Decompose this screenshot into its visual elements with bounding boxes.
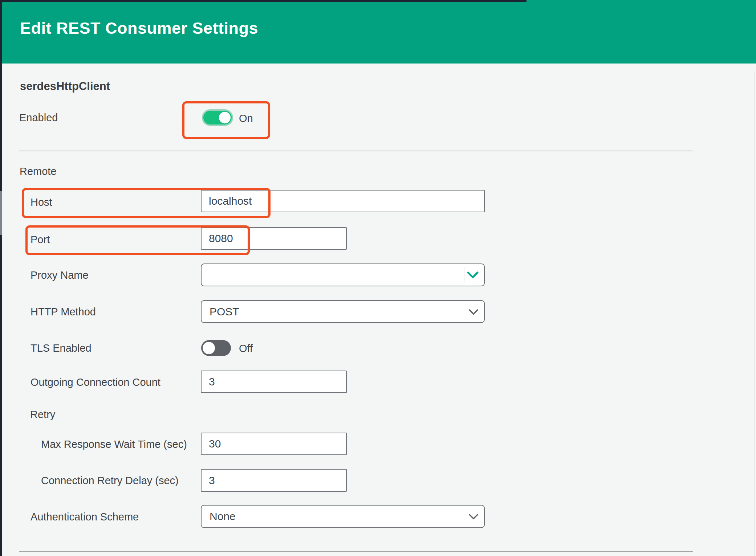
port-label: Port xyxy=(31,234,50,246)
max-response-wait-input[interactable] xyxy=(201,433,347,455)
enabled-toggle[interactable] xyxy=(202,109,233,126)
authentication-scheme-label: Authentication Scheme xyxy=(31,511,139,523)
max-response-wait-label: Max Response Wait Time (sec) xyxy=(41,438,187,450)
connection-retry-delay-input[interactable] xyxy=(201,469,347,492)
authentication-scheme-value: None xyxy=(210,510,236,523)
tls-toggle[interactable] xyxy=(201,340,231,356)
right-scroll-track xyxy=(754,71,755,556)
tls-enabled-label: TLS Enabled xyxy=(31,342,92,354)
tls-toggle-state: Off xyxy=(239,343,253,355)
outgoing-connection-count-input[interactable] xyxy=(201,371,347,393)
left-scrollbar-thumb[interactable] xyxy=(0,191,2,235)
combobox-divider xyxy=(464,267,464,283)
toggle-knob xyxy=(219,112,231,123)
enabled-toggle-state: On xyxy=(239,113,253,124)
dialog-title: Edit REST Consumer Settings xyxy=(20,19,258,38)
bottom-divider xyxy=(19,551,693,552)
toggle-knob xyxy=(203,342,215,354)
host-label: Host xyxy=(31,196,52,208)
chevron-down-icon xyxy=(468,308,479,315)
http-method-select[interactable]: POST xyxy=(201,300,485,323)
http-method-label: HTTP Method xyxy=(31,306,96,318)
chevron-down-icon xyxy=(468,513,479,520)
outgoing-connection-count-label: Outgoing Connection Count xyxy=(31,376,160,388)
proxy-name-label: Proxy Name xyxy=(31,269,89,281)
remote-section-label: Remote xyxy=(20,165,57,177)
connection-retry-delay-label: Connection Retry Delay (sec) xyxy=(41,475,179,487)
section-divider xyxy=(19,151,692,151)
window-top-edge xyxy=(0,0,527,2)
enabled-label: Enabled xyxy=(19,112,58,124)
left-scrollbar-track[interactable] xyxy=(0,0,2,556)
http-method-value: POST xyxy=(210,306,239,318)
host-input[interactable] xyxy=(201,190,485,212)
port-input[interactable] xyxy=(201,227,347,250)
authentication-scheme-select[interactable]: None xyxy=(201,505,485,528)
retry-section-label: Retry xyxy=(30,409,55,421)
proxy-name-combobox[interactable] xyxy=(201,263,485,286)
client-name-heading: serdesHttpClient xyxy=(20,80,110,93)
chevron-down-icon[interactable] xyxy=(467,271,479,279)
